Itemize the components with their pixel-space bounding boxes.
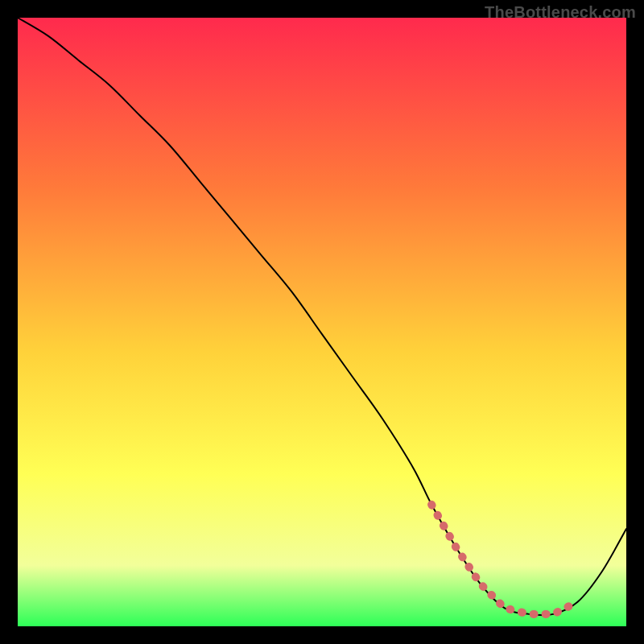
bottleneck-chart [0,0,644,644]
watermark-text: TheBottleneck.com [485,3,636,22]
plot-background [18,18,626,626]
chart-stage: TheBottleneck.com [0,0,644,644]
